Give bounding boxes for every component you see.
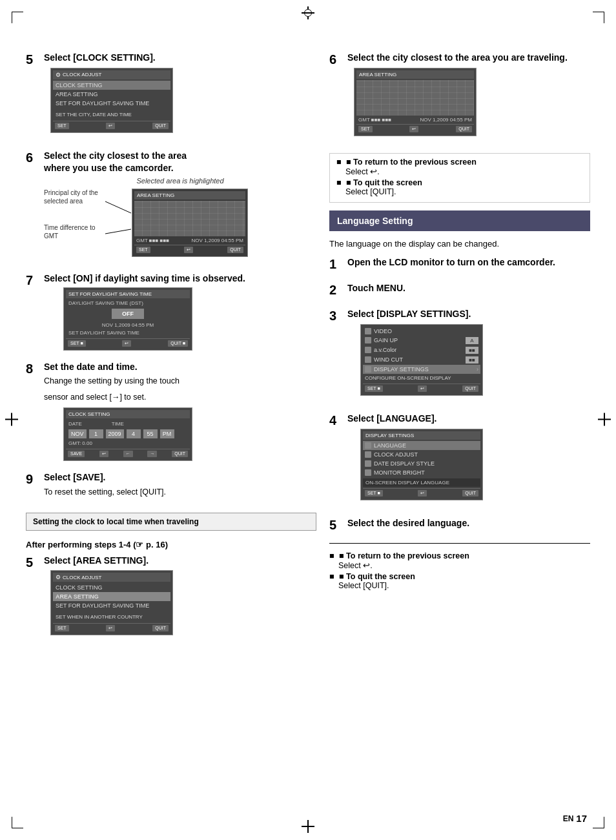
lang-step-3-screen: VIDEO GAIN UP A bbox=[360, 324, 483, 396]
clock-val-min: 55 bbox=[143, 429, 158, 438]
screen-row-clock-setting: CLOCK SETTING bbox=[53, 81, 170, 90]
step-7-screen: SET FOR DAYLIGHT SAVING TIME DAYLIGHT SA… bbox=[63, 287, 192, 351]
disp-row-gainup: GAIN UP A bbox=[363, 336, 480, 345]
step-6-subtitle: Selected area is highlighted bbox=[44, 177, 316, 185]
clock-btn-save: SAVE bbox=[68, 451, 85, 457]
page-number: 17 bbox=[576, 813, 587, 824]
clock-values: NOV 1 2009 4 55 PM bbox=[66, 428, 190, 440]
dst-btn-set: SET ■ bbox=[68, 340, 86, 347]
lang-step-4-title: Select [LANGUAGE]. bbox=[347, 413, 590, 425]
step5-screen-title: CLOCK ADJUST bbox=[63, 72, 101, 77]
lang-step-4: 4 Select [LANGUAGE]. DISPLAY SETTINGS LA… bbox=[329, 413, 590, 507]
dst-date: NOV 1,2009 04:55 PM bbox=[66, 321, 190, 329]
hr-divider bbox=[329, 543, 590, 544]
dst-subtitle: DAYLIGHT SAVING TIME (DST) bbox=[66, 300, 190, 307]
page-en-label: EN bbox=[563, 814, 574, 823]
clock-val-day: 1 bbox=[89, 429, 103, 438]
clock-btn-right: → bbox=[147, 451, 157, 457]
notes-box-2: ■ ■ To return to the previous screen Sel… bbox=[329, 551, 590, 590]
screen-row-set-city: SET THE CITY, DATE AND TIME bbox=[53, 110, 170, 119]
lang-step-3-num: 3 bbox=[329, 308, 344, 402]
area-btn-back: ↩ bbox=[409, 126, 418, 132]
area-btn-quit: QUIT bbox=[456, 126, 472, 132]
area-map bbox=[356, 80, 474, 116]
step-5-content: Select [CLOCK SETTING]. ⚙ CLOCK ADJUST C… bbox=[44, 52, 316, 139]
clock-gmt: GMT: 0.00 bbox=[66, 440, 190, 447]
lang-step-5: 5 Select the desired language. bbox=[329, 517, 590, 533]
note-return-text: Select ↩. bbox=[345, 167, 380, 176]
screen-5b-btn-back: ↩ bbox=[106, 625, 115, 631]
map-area bbox=[134, 201, 245, 236]
info-box-text: Setting the clock to local time when tra… bbox=[33, 517, 199, 526]
note-quit-lang-title: ■ To quit the screen bbox=[339, 572, 415, 581]
step-8-sub1: Change the setting by using the touch bbox=[44, 375, 316, 387]
lang-step-3: 3 Select [DISPLAY SETTINGS]. VIDEO bbox=[329, 308, 590, 402]
disp-btn-back: ↩ bbox=[418, 385, 427, 392]
disp-row-configure: CONFIGURE ON-SCREEN DISPLAY bbox=[363, 374, 480, 382]
map-label-row: GMT ■■■ ■■■ NOV 1,2009 04:55 PM bbox=[134, 236, 245, 245]
note-return-bullet: ■ bbox=[336, 158, 342, 167]
disp-icon-displaysettings bbox=[365, 366, 371, 373]
lang-icon-monitorbright bbox=[365, 469, 371, 476]
disp-row-windcut: WIND CUT ■■ bbox=[363, 355, 480, 365]
area-gmt: GMT ■■■ ■■■ bbox=[358, 117, 391, 123]
screen-btn-back: ↩ bbox=[106, 123, 115, 129]
step-6-number: 6 bbox=[26, 150, 40, 262]
note-quit-lang-text: Select [QUIT]. bbox=[338, 581, 389, 590]
lang-bottom-label: ON-SCREEN DISPLAY LANGUAGE bbox=[363, 478, 480, 487]
screen-5b-btn-quit: QUIT bbox=[152, 625, 169, 631]
step-7-number: 7 bbox=[26, 272, 40, 351]
lang-intro: The language on the display can be chang… bbox=[329, 239, 590, 249]
map-btn-quit: QUIT bbox=[227, 247, 243, 253]
info-box: Setting the clock to local time when tra… bbox=[26, 513, 316, 531]
step-7-title: Select [ON] if daylight saving time is o… bbox=[44, 272, 316, 285]
lang-btn-back: ↩ bbox=[418, 490, 427, 497]
step-9-title: Select [SAVE]. bbox=[44, 471, 316, 484]
annotation-area: Principal city of the selected area Time… bbox=[44, 189, 108, 240]
step-5-left: 5 Select [CLOCK SETTING]. ⚙ CLOCK ADJUST… bbox=[26, 52, 316, 139]
step-5b-number: 5 bbox=[26, 555, 40, 642]
map-gmt: GMT ■■■ ■■■ bbox=[136, 238, 169, 243]
lang-step-1-content: Open the LCD monitor to turn on the camc… bbox=[347, 256, 590, 272]
lang-row-monitor-bright: MONITOR BRIGHT bbox=[363, 468, 480, 477]
lang-icon-language bbox=[365, 442, 371, 449]
lang-step-2: 2 Touch MENU. bbox=[329, 282, 590, 298]
disp-row-video: VIDEO bbox=[363, 327, 480, 336]
note-return-lang: ■ ■ To return to the previous screen Sel… bbox=[329, 551, 590, 570]
disp-icon-windcut bbox=[365, 356, 371, 363]
dst-btn-back: ↩ bbox=[122, 340, 131, 347]
note-quit: ■ ■ To quit the screen Select [QUIT]. bbox=[336, 178, 583, 196]
lang-label-language: LANGUAGE bbox=[374, 442, 406, 449]
disp-icon-gainup bbox=[365, 337, 371, 343]
screen-btn-set: SET bbox=[55, 123, 69, 129]
map-date: NOV 1,2009 04:55 PM bbox=[192, 238, 244, 243]
step-5b-content: Select [AREA SETTING]. ⚙ CLOCK ADJUST CL… bbox=[44, 555, 316, 642]
area-screen-title: AREA SETTING bbox=[356, 70, 474, 79]
lang-icon-datestyle bbox=[365, 460, 371, 467]
disp-val-gainup: A bbox=[466, 337, 478, 344]
step-8-sub2: sensor and select [→] to set. bbox=[44, 391, 316, 404]
screen-row-dst: SET FOR DAYLIGHT SAVING TIME bbox=[53, 99, 170, 108]
lang-label-clock: CLOCK ADJUST bbox=[374, 451, 418, 458]
lang-step-5-content: Select the desired language. bbox=[347, 517, 590, 533]
screen-5b-area: AREA SETTING bbox=[53, 592, 170, 601]
disp-label-gainup: GAIN UP bbox=[374, 337, 398, 343]
screen-5b-clock: CLOCK SETTING bbox=[53, 583, 170, 592]
disp-icon-avcolor bbox=[365, 347, 371, 353]
lang-step-4-content: Select [LANGUAGE]. DISPLAY SETTINGS LANG… bbox=[347, 413, 590, 507]
language-header: Language Setting bbox=[329, 210, 590, 231]
step-9-content: Select [SAVE]. To reset the setting, sel… bbox=[44, 471, 316, 502]
disp-label-video: VIDEO bbox=[374, 328, 392, 334]
step-9-left: 9 Select [SAVE]. To reset the setting, s… bbox=[26, 471, 316, 502]
step-6r-title: Select the city closest to the area you … bbox=[347, 52, 590, 64]
screen-5b-set-when: SET WHEN IN ANOTHER COUNTRY bbox=[53, 613, 170, 621]
step-8-title: Set the date and time. bbox=[44, 361, 316, 373]
step-8-content: Set the date and time. Change the settin… bbox=[44, 361, 316, 461]
dst-label: SET DAYLIGHT SAVING TIME bbox=[66, 329, 190, 336]
clock-screen-title: CLOCK SETTING bbox=[66, 410, 190, 418]
notes-box-1: ■ ■ To return to the previous screen Sel… bbox=[329, 153, 590, 203]
disp-label-displaysettings: DISPLAY SETTINGS bbox=[374, 366, 429, 373]
step-5-title: Select [CLOCK SETTING]. bbox=[44, 52, 316, 64]
svg-line-0 bbox=[105, 201, 131, 213]
step-6-title: Select the city closest to the areawhere… bbox=[44, 150, 316, 174]
